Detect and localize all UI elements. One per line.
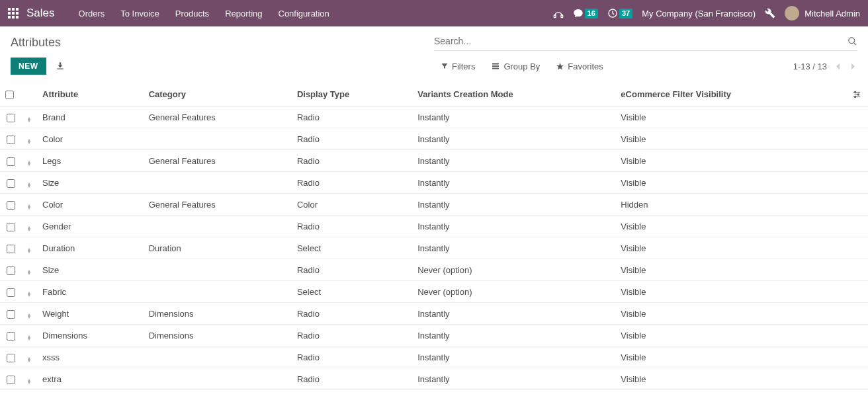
table-row[interactable]: ▲▼DimensionsDimensionsRadioInstantlyVisi… — [0, 325, 868, 346]
pager-prev-icon[interactable] — [834, 62, 842, 71]
row-checkbox[interactable] — [7, 354, 15, 362]
table-row[interactable]: ▲▼extraRadioInstantlyVisible — [0, 368, 868, 390]
app-brand[interactable]: Sales — [26, 7, 55, 20]
topbar: Sales OrdersTo InvoiceProductsReportingC… — [0, 0, 868, 26]
activities-button[interactable]: 37 — [607, 8, 632, 19]
table-row[interactable]: ▲▼LegsGeneral FeaturesRadioInstantlyVisi… — [0, 150, 868, 172]
table-row[interactable]: ▲▼SizeRadioNever (option)Visible — [0, 259, 868, 281]
col-attribute[interactable]: Attribute — [37, 83, 144, 106]
download-icon[interactable] — [56, 61, 65, 71]
cell-display-type: Radio — [292, 128, 412, 150]
row-checkbox[interactable] — [7, 266, 15, 275]
new-button[interactable]: NEW — [11, 58, 46, 75]
table-row[interactable]: ▲▼ColorRadioInstantlyVisible — [0, 128, 868, 150]
drag-handle-icon[interactable]: ▲▼ — [21, 368, 37, 390]
groupby-button[interactable]: Group By — [491, 61, 540, 71]
pager-range[interactable]: 1-13 / 13 — [793, 61, 827, 71]
attributes-table: Attribute Category Display Type Variants… — [0, 83, 868, 390]
drag-handle-icon[interactable]: ▲▼ — [21, 216, 37, 237]
table-row[interactable]: ▲▼DurationDurationSelectInstantlyVisible — [0, 237, 868, 259]
drag-handle-icon[interactable]: ▲▼ — [21, 259, 37, 281]
row-checkbox[interactable] — [7, 376, 15, 384]
nav-item[interactable]: Configuration — [271, 9, 337, 19]
select-all-checkbox[interactable] — [5, 91, 14, 99]
filters-button[interactable]: Filters — [441, 61, 475, 71]
row-checkbox[interactable] — [7, 201, 15, 210]
company-switcher[interactable]: My Company (San Francisco) — [642, 9, 756, 19]
row-checkbox[interactable] — [7, 310, 15, 319]
cell-ecom: Visible — [615, 128, 847, 150]
drag-handle-icon[interactable]: ▲▼ — [21, 128, 37, 150]
drag-handle-icon[interactable]: ▲▼ — [21, 237, 37, 259]
messages-button[interactable]: 16 — [573, 8, 598, 19]
table-row[interactable]: ▲▼xsssRadioInstantlyVisible — [0, 346, 868, 368]
cell-variants-mode: Instantly — [412, 346, 615, 368]
drag-handle-icon[interactable]: ▲▼ — [21, 303, 37, 325]
select-all-header[interactable] — [0, 83, 21, 106]
col-display-type[interactable]: Display Type — [292, 83, 412, 106]
drag-handle-icon[interactable]: ▲▼ — [21, 281, 37, 303]
cell-category: General Features — [144, 106, 292, 128]
table-row[interactable]: ▲▼FabricSelectNever (option)Visible — [0, 281, 868, 303]
drag-handle-icon[interactable]: ▲▼ — [21, 150, 37, 172]
user-menu[interactable]: Mitchell Admin — [785, 6, 860, 20]
col-ecom-visibility[interactable]: eCommerce Filter Visibility — [615, 83, 847, 106]
cell-display-type: Radio — [292, 303, 412, 325]
col-category[interactable]: Category — [144, 83, 292, 106]
cell-ecom: Visible — [615, 237, 847, 259]
cell-variants-mode: Instantly — [412, 303, 615, 325]
cell-category — [144, 281, 292, 303]
search-icon[interactable] — [847, 36, 857, 46]
table-row[interactable]: ▲▼GenderRadioInstantlyVisible — [0, 216, 868, 237]
table-header-row: Attribute Category Display Type Variants… — [0, 83, 868, 106]
cell-display-type: Radio — [292, 216, 412, 237]
search-input[interactable] — [434, 32, 847, 50]
debug-icon[interactable] — [765, 8, 775, 19]
cell-variants-mode: Instantly — [412, 194, 615, 216]
cell-attribute: extra — [37, 368, 144, 390]
cell-attribute: Color — [37, 194, 144, 216]
apps-icon[interactable] — [8, 8, 19, 19]
row-checkbox[interactable] — [7, 114, 15, 122]
drag-handle-icon[interactable]: ▲▼ — [21, 172, 37, 194]
row-checkbox[interactable] — [7, 332, 15, 341]
search-bar[interactable] — [434, 32, 857, 51]
cell-display-type: Select — [292, 281, 412, 303]
cell-ecom: Visible — [615, 281, 847, 303]
row-checkbox[interactable] — [7, 136, 15, 144]
nav-item[interactable]: Orders — [71, 9, 113, 19]
table-row[interactable]: ▲▼BrandGeneral FeaturesRadioInstantlyVis… — [0, 106, 868, 128]
table-row[interactable]: ▲▼SizeRadioInstantlyVisible — [0, 172, 868, 194]
cell-variants-mode: Instantly — [412, 128, 615, 150]
nav-item[interactable]: To Invoice — [112, 9, 167, 19]
svg-point-3 — [849, 37, 855, 43]
row-checkbox[interactable] — [7, 245, 15, 253]
row-checkbox[interactable] — [7, 157, 15, 166]
nav-item[interactable]: Reporting — [217, 9, 270, 19]
row-checkbox[interactable] — [7, 288, 15, 297]
cell-variants-mode: Never (option) — [412, 259, 615, 281]
cell-attribute: Legs — [37, 150, 144, 172]
favorites-button[interactable]: Favorites — [556, 61, 603, 71]
cell-category — [144, 216, 292, 237]
cell-display-type: Radio — [292, 325, 412, 346]
table-row[interactable]: ▲▼ColorGeneral FeaturesColorInstantlyHid… — [0, 194, 868, 216]
cell-variants-mode: Instantly — [412, 106, 615, 128]
drag-handle-icon[interactable]: ▲▼ — [21, 346, 37, 368]
row-checkbox[interactable] — [7, 179, 15, 188]
pager-next-icon[interactable] — [849, 62, 857, 71]
svg-rect-6 — [492, 68, 499, 69]
drag-handle-icon[interactable]: ▲▼ — [21, 325, 37, 346]
support-icon[interactable] — [553, 8, 564, 19]
cell-display-type: Radio — [292, 368, 412, 390]
column-options-icon[interactable] — [847, 83, 868, 106]
row-checkbox[interactable] — [7, 223, 15, 231]
table-row[interactable]: ▲▼WeightDimensionsRadioInstantlyVisible — [0, 303, 868, 325]
cell-ecom: Visible — [615, 368, 847, 390]
company-name: My Company (San Francisco) — [642, 9, 756, 19]
col-variants-mode[interactable]: Variants Creation Mode — [412, 83, 615, 106]
drag-handle-icon[interactable]: ▲▼ — [21, 106, 37, 128]
activities-badge: 37 — [619, 9, 632, 19]
nav-item[interactable]: Products — [167, 9, 217, 19]
drag-handle-icon[interactable]: ▲▼ — [21, 194, 37, 216]
